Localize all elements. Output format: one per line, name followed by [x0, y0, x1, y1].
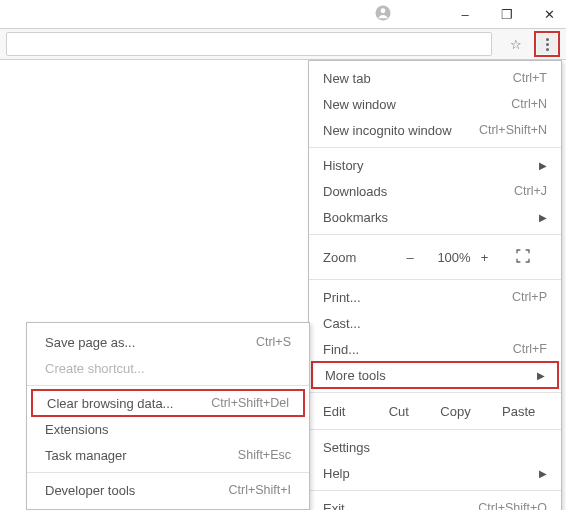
label: Clear browsing data...	[47, 396, 211, 411]
label: Bookmarks	[323, 210, 531, 225]
submenu-task-manager[interactable]: Task manager Shift+Esc	[27, 442, 309, 468]
zoom-in-button[interactable]: +	[475, 250, 495, 265]
separator	[309, 234, 561, 235]
chevron-right-icon: ▶	[539, 212, 547, 223]
label: Zoom	[323, 250, 383, 265]
svg-point-1	[381, 8, 386, 13]
label: Extensions	[45, 422, 291, 437]
close-button[interactable]: ✕	[540, 7, 558, 22]
more-tools-submenu: Save page as... Ctrl+S Create shortcut..…	[26, 322, 310, 510]
label: Cast...	[323, 316, 547, 331]
label: Save page as...	[45, 335, 256, 350]
shortcut: Shift+Esc	[238, 448, 291, 462]
menu-cast[interactable]: Cast...	[309, 310, 561, 336]
menu-zoom: Zoom – 100% +	[309, 239, 561, 275]
shortcut: Ctrl+J	[514, 184, 547, 198]
menu-new-incognito[interactable]: New incognito window Ctrl+Shift+N	[309, 117, 561, 143]
shortcut: Ctrl+Shift+I	[228, 483, 291, 497]
label: Help	[323, 466, 531, 481]
shortcut: Ctrl+T	[513, 71, 547, 85]
chevron-right-icon: ▶	[539, 160, 547, 171]
separator	[309, 429, 561, 430]
label: New incognito window	[323, 123, 479, 138]
submenu-extensions[interactable]: Extensions	[27, 416, 309, 442]
menu-exit[interactable]: Exit Ctrl+Shift+Q	[309, 495, 561, 510]
separator	[309, 392, 561, 393]
chevron-right-icon: ▶	[539, 468, 547, 479]
separator	[27, 385, 309, 386]
shortcut: Ctrl+S	[256, 335, 291, 349]
label: Find...	[323, 342, 513, 357]
label: Exit	[323, 501, 478, 511]
user-icon[interactable]	[374, 4, 392, 25]
shortcut: Ctrl+P	[512, 290, 547, 304]
separator	[309, 490, 561, 491]
menu-button[interactable]	[537, 34, 557, 54]
minimize-button[interactable]: –	[456, 7, 474, 22]
fullscreen-icon[interactable]	[512, 248, 534, 267]
label: New tab	[323, 71, 513, 86]
shortcut: Ctrl+Shift+Q	[478, 501, 547, 510]
maximize-button[interactable]: ❐	[498, 7, 516, 22]
shortcut: Ctrl+Shift+Del	[211, 396, 289, 410]
submenu-save-page[interactable]: Save page as... Ctrl+S	[27, 329, 309, 355]
window-titlebar: – ❐ ✕	[0, 0, 566, 28]
zoom-level: 100%	[437, 250, 457, 265]
separator	[309, 147, 561, 148]
menu-new-tab[interactable]: New tab Ctrl+T	[309, 65, 561, 91]
submenu-developer-tools[interactable]: Developer tools Ctrl+Shift+I	[27, 477, 309, 503]
bookmark-star-icon[interactable]: ☆	[504, 37, 528, 52]
cut-button[interactable]: Cut	[389, 404, 409, 419]
chevron-right-icon: ▶	[537, 370, 545, 381]
address-input[interactable]	[6, 32, 492, 56]
menu-find[interactable]: Find... Ctrl+F	[309, 336, 561, 362]
zoom-out-button[interactable]: –	[400, 250, 420, 265]
menu-edit: Edit Cut Copy Paste	[309, 397, 561, 425]
menu-button-highlight	[534, 31, 560, 57]
submenu-create-shortcut: Create shortcut...	[27, 355, 309, 381]
label: History	[323, 158, 531, 173]
menu-new-window[interactable]: New window Ctrl+N	[309, 91, 561, 117]
menu-help[interactable]: Help ▶	[309, 460, 561, 486]
label: Developer tools	[45, 483, 228, 498]
menu-print[interactable]: Print... Ctrl+P	[309, 284, 561, 310]
label: Edit	[323, 404, 373, 419]
menu-settings[interactable]: Settings	[309, 434, 561, 460]
label: Settings	[323, 440, 547, 455]
separator	[27, 472, 309, 473]
copy-button[interactable]: Copy	[440, 404, 470, 419]
menu-more-tools[interactable]: More tools ▶	[311, 361, 559, 389]
separator	[309, 279, 561, 280]
shortcut: Ctrl+F	[513, 342, 547, 356]
paste-button[interactable]: Paste	[502, 404, 535, 419]
shortcut: Ctrl+Shift+N	[479, 123, 547, 137]
label: Create shortcut...	[45, 361, 291, 376]
label: More tools	[325, 368, 529, 383]
main-menu: New tab Ctrl+T New window Ctrl+N New inc…	[308, 60, 562, 510]
menu-downloads[interactable]: Downloads Ctrl+J	[309, 178, 561, 204]
toolbar: ☆	[0, 28, 566, 60]
label: New window	[323, 97, 511, 112]
label: Print...	[323, 290, 512, 305]
label: Task manager	[45, 448, 238, 463]
submenu-clear-browsing-data[interactable]: Clear browsing data... Ctrl+Shift+Del	[31, 389, 305, 417]
shortcut: Ctrl+N	[511, 97, 547, 111]
menu-bookmarks[interactable]: Bookmarks ▶	[309, 204, 561, 230]
label: Downloads	[323, 184, 514, 199]
menu-history[interactable]: History ▶	[309, 152, 561, 178]
